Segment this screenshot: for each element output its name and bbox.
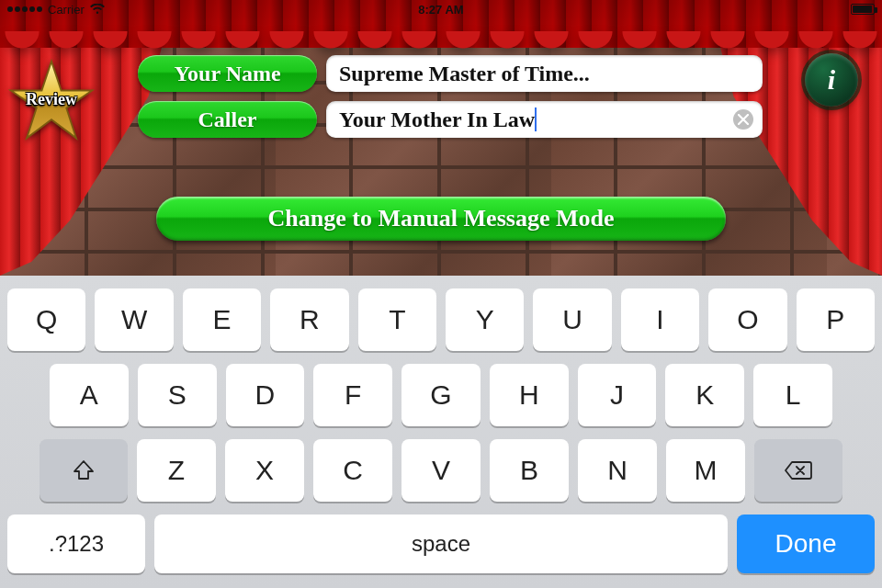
your-name-input[interactable] — [339, 55, 726, 92]
key-g[interactable]: G — [401, 364, 481, 426]
review-button[interactable]: Review — [6, 55, 97, 147]
review-label: Review — [26, 90, 77, 109]
done-key[interactable]: Done — [737, 514, 875, 573]
change-mode-label: Change to Manual Message Mode — [268, 205, 615, 232]
key-h[interactable]: H — [490, 364, 569, 426]
your-name-label: Your Name — [138, 55, 317, 92]
key-s[interactable]: S — [138, 364, 217, 426]
key-w[interactable]: W — [95, 288, 173, 351]
status-left: Carrier — [7, 3, 105, 17]
key-q[interactable]: Q — [7, 288, 85, 351]
battery-icon — [851, 4, 875, 15]
backspace-icon — [784, 459, 813, 481]
carrier-label: Carrier — [48, 3, 85, 17]
key-p[interactable]: P — [797, 288, 875, 351]
key-f[interactable]: F — [313, 364, 392, 426]
close-icon — [738, 114, 749, 125]
signal-icon — [7, 6, 42, 12]
key-d[interactable]: D — [226, 364, 305, 426]
keyboard: QWERTYUIOP ASDFGHJKL ZXCVBNM .?123 space… — [0, 276, 882, 588]
key-z[interactable]: Z — [137, 439, 216, 502]
text-caret — [535, 107, 537, 131]
status-bar: Carrier 8:27 AM — [0, 0, 882, 18]
keyboard-row-2: ASDFGHJKL — [7, 364, 875, 426]
key-t[interactable]: T — [358, 288, 436, 351]
row-caller: Caller — [138, 101, 763, 138]
key-i[interactable]: I — [621, 288, 699, 351]
key-j[interactable]: J — [578, 364, 657, 426]
backspace-key[interactable] — [754, 439, 842, 502]
keyboard-row-3: ZXCVBNM — [7, 439, 875, 502]
shift-icon — [72, 458, 96, 482]
key-a[interactable]: A — [50, 364, 129, 426]
info-icon: i — [828, 64, 835, 96]
row-your-name: Your Name — [138, 55, 763, 92]
caller-input-wrap[interactable] — [326, 101, 763, 138]
clock: 8:27 AM — [418, 3, 463, 17]
key-k[interactable]: K — [665, 364, 744, 426]
clear-button[interactable] — [733, 109, 753, 130]
key-b[interactable]: B — [490, 439, 569, 502]
space-key[interactable]: space — [154, 514, 728, 573]
your-name-input-wrap[interactable] — [326, 55, 763, 92]
key-n[interactable]: N — [578, 439, 657, 502]
shift-key[interactable] — [40, 439, 128, 502]
keyboard-row-1: QWERTYUIOP — [7, 288, 875, 351]
key-u[interactable]: U — [533, 288, 611, 351]
caller-input[interactable] — [339, 101, 726, 138]
key-v[interactable]: V — [401, 439, 481, 502]
keyboard-row-4: .?123 space Done — [7, 514, 875, 573]
key-l[interactable]: L — [753, 364, 832, 426]
key-m[interactable]: M — [666, 439, 745, 502]
key-e[interactable]: E — [183, 288, 261, 351]
change-mode-button[interactable]: Change to Manual Message Mode — [156, 197, 726, 241]
symbols-key[interactable]: .?123 — [7, 514, 145, 573]
key-o[interactable]: O — [708, 288, 786, 351]
key-x[interactable]: X — [225, 439, 304, 502]
wifi-icon — [90, 4, 105, 15]
form: Your Name Caller — [138, 55, 763, 138]
status-right — [851, 4, 875, 15]
caller-label: Caller — [138, 101, 317, 138]
info-button[interactable]: i — [805, 53, 858, 107]
key-r[interactable]: R — [270, 288, 348, 351]
key-y[interactable]: Y — [446, 288, 524, 351]
key-c[interactable]: C — [313, 439, 392, 502]
